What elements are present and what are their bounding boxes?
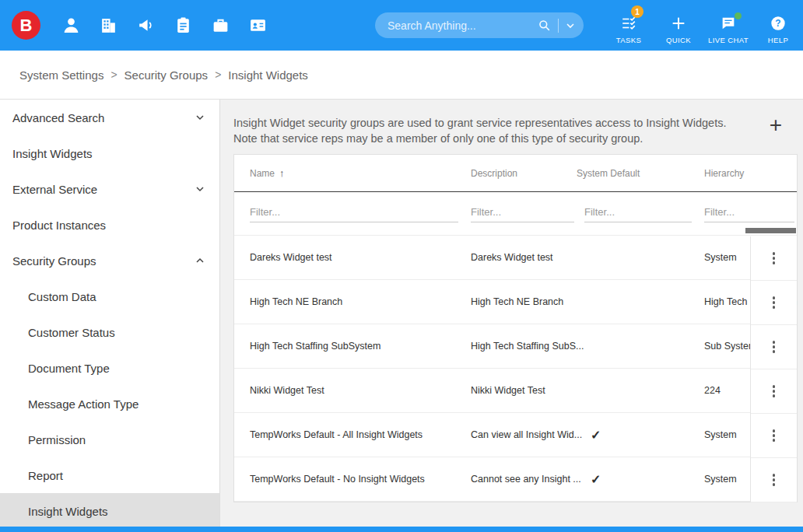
checkmark-icon: ✓ xyxy=(577,473,601,486)
column-header-label: Hierarchy xyxy=(704,168,744,179)
sidebar-item-external-service[interactable]: External Service xyxy=(0,171,219,207)
sidebar-subitem-document-type[interactable]: Document Type xyxy=(0,350,219,386)
table-header-row: Name↑DescriptionSystem DefaultHierarchy xyxy=(234,155,797,192)
row-menu-button[interactable] xyxy=(751,458,797,502)
description-cell: High Tech Staffing SubS... xyxy=(471,341,577,352)
breadcrumb-separator: > xyxy=(110,68,117,81)
tasks-count-badge: 1 xyxy=(631,5,643,18)
name-cell: Dareks Widget test xyxy=(234,252,471,263)
employee-icon[interactable] xyxy=(61,16,81,35)
quick-button[interactable]: QUICK xyxy=(654,7,703,44)
sidebar-item-product-instances[interactable]: Product Instances xyxy=(0,207,219,243)
sidebar-item-label: Insight Widgets xyxy=(28,505,108,518)
column-header-description[interactable]: Description xyxy=(471,168,577,179)
column-header-hierarchy[interactable]: Hierarchy xyxy=(704,168,797,179)
sidebar-item-advanced-search[interactable]: Advanced Search xyxy=(0,100,219,135)
sidebar-item-label: Product Instances xyxy=(12,219,106,232)
main-panel: Insight Widget security groups are used … xyxy=(220,100,803,532)
kebab-menu-icon xyxy=(773,252,776,264)
filter-cell xyxy=(234,205,471,222)
column-header-name[interactable]: Name↑ xyxy=(234,167,471,179)
action-label: LIVE CHAT xyxy=(708,36,749,44)
company-icon[interactable] xyxy=(99,16,118,35)
sidebar-item-label: Document Type xyxy=(28,362,110,375)
kebab-menu-icon xyxy=(773,341,776,353)
row-menu-button[interactable] xyxy=(751,414,797,458)
sidebar-subitem-customer-status[interactable]: Customer Status xyxy=(0,314,219,350)
sidebar-subitem-insight-widgets[interactable]: Insight Widgets xyxy=(0,493,219,529)
search-input[interactable] xyxy=(387,19,537,32)
breadcrumb-item-security-groups[interactable]: Security Groups xyxy=(124,68,209,82)
header-nav-icons xyxy=(61,16,268,35)
description-row: Insight Widget security groups are used … xyxy=(233,115,798,146)
breadcrumb-separator: > xyxy=(215,68,221,81)
beyond-logo[interactable]: B xyxy=(12,11,40,40)
live-chat-button[interactable]: LIVE CHAT xyxy=(703,7,753,44)
breadcrumb-item-system-settings[interactable]: System Settings xyxy=(19,68,103,82)
sidebar-subitem-custom-data[interactable]: Custom Data xyxy=(0,278,219,314)
global-search xyxy=(375,12,584,38)
filter-input-hierarchy[interactable] xyxy=(704,205,794,222)
filter-cell xyxy=(577,205,704,222)
filter-input-description[interactable] xyxy=(471,205,574,222)
action-label: QUICK xyxy=(666,36,691,44)
filter-input-name[interactable] xyxy=(250,205,458,222)
table-row[interactable]: TempWorks Default - All Insight WidgetsC… xyxy=(234,413,797,457)
kebab-menu-icon xyxy=(773,474,776,486)
sidebar-item-label: Customer Status xyxy=(28,326,115,339)
name-cell: High Tech Staffing SubSystem xyxy=(234,341,471,352)
sidebar-item-security-groups[interactable]: Security Groups xyxy=(0,243,219,278)
kebab-menu-icon xyxy=(773,429,776,442)
tasks-button[interactable]: 1TASKS xyxy=(604,7,654,44)
sort-ascending-icon: ↑ xyxy=(279,167,285,179)
add-security-group-button[interactable]: + xyxy=(766,115,785,135)
logo-letter: B xyxy=(20,16,33,36)
filter-input-system-default[interactable] xyxy=(584,205,692,222)
breadcrumb: System Settings>Security Groups>Insight … xyxy=(0,51,803,100)
sidebar-subitem-permission[interactable]: Permission xyxy=(0,422,219,457)
filter-cell xyxy=(471,205,577,222)
help-button[interactable]: ?HELP xyxy=(753,7,803,44)
sidebar-item-label: Insight Widgets xyxy=(12,147,93,160)
svg-text:?: ? xyxy=(775,18,780,29)
column-header-label: Description xyxy=(471,168,517,179)
plus-icon xyxy=(670,15,687,32)
section-description: Insight Widget security groups are used … xyxy=(233,115,743,146)
briefcase-icon[interactable] xyxy=(211,16,230,35)
table-columns-area: Name↑DescriptionSystem DefaultHierarchyD… xyxy=(234,155,797,502)
sidebar: Advanced SearchInsight WidgetsExternal S… xyxy=(0,100,220,532)
table-row[interactable]: Dareks Widget testDareks Widget testSyst… xyxy=(234,236,797,280)
sidebar-subitem-message-action-type[interactable]: Message Action Type xyxy=(0,386,219,422)
app-window: B 1TASKSQUICKLIVE CHAT?HELP System Setti… xyxy=(0,0,803,532)
top-bar: B 1TASKSQUICKLIVE CHAT?HELP xyxy=(0,0,803,51)
table-row[interactable]: High Tech Staffing SubSystemHigh Tech St… xyxy=(234,324,797,369)
row-menu-button[interactable] xyxy=(751,281,797,325)
name-cell: High Tech NE Branch xyxy=(234,296,471,307)
description-cell: Nikki Widget Test xyxy=(471,385,577,396)
clipboard-icon[interactable] xyxy=(174,16,193,35)
sidebar-item-label: External Service xyxy=(12,183,97,196)
column-header-label: System Default xyxy=(577,168,640,179)
name-cell: TempWorks Default - No Insight Widgets xyxy=(234,474,471,485)
table-scrollbar-thumb[interactable] xyxy=(745,228,796,233)
sidebar-item-insight-widgets[interactable]: Insight Widgets xyxy=(0,135,219,171)
table-row[interactable]: Nikki Widget TestNikki Widget Test224 xyxy=(234,369,797,413)
table-row[interactable]: TempWorks Default - No Insight WidgetsCa… xyxy=(234,457,797,502)
row-menu-button[interactable] xyxy=(751,325,797,369)
sidebar-subitem-report[interactable]: Report xyxy=(0,457,219,493)
name-cell: TempWorks Default - All Insight Widgets xyxy=(234,429,471,440)
table-row[interactable]: High Tech NE BranchHigh Tech NE BranchHi… xyxy=(234,280,797,324)
description-cell: Cannot see any Insight ... xyxy=(471,474,577,485)
search-chevron-down-icon[interactable] xyxy=(565,20,576,31)
row-menu-button[interactable] xyxy=(751,369,797,414)
row-menu-button[interactable] xyxy=(751,236,797,281)
description-cell: High Tech NE Branch xyxy=(471,296,577,307)
search-icon[interactable] xyxy=(537,18,552,33)
megaphone-icon[interactable] xyxy=(136,16,156,35)
content-body: Advanced SearchInsight WidgetsExternal S… xyxy=(0,100,803,532)
column-header-system-default[interactable]: System Default xyxy=(577,168,704,179)
search-divider xyxy=(558,19,559,33)
action-label: HELP xyxy=(768,36,788,44)
sidebar-item-label: Advanced Search xyxy=(12,111,104,124)
contact-card-icon[interactable] xyxy=(248,16,268,35)
